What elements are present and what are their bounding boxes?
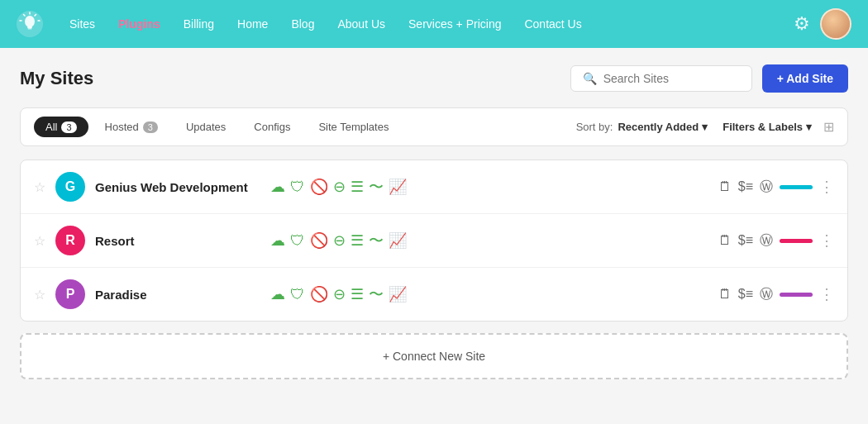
site-actions-2: 🗒 $≡ Ⓦ ⋮ (718, 285, 834, 303)
sites-list: ☆ G Genius Web Development ☁ 🛡 🚫 ⊖ ☰ 〜 📈… (20, 160, 848, 322)
site-avatar-2: P (55, 279, 85, 309)
ban-icon-2: 🚫 (310, 285, 328, 303)
shield-icon-0: 🛡 (290, 179, 305, 196)
sort-label: Sort by: (576, 121, 613, 133)
site-avatar-1: R (55, 226, 85, 255)
layers-icon-1: ⊖ (333, 231, 346, 250)
filter-all-label: All (45, 121, 57, 133)
site-initial-1: R (65, 233, 75, 248)
main-content: My Sites 🔍 + Add Site All 3 Hosted 3 Upd… (0, 48, 868, 424)
cloud-icon-2: ☁ (270, 285, 285, 303)
wp-icon-0[interactable]: Ⓦ (760, 179, 773, 196)
bars-icon-1: ☰ (351, 231, 364, 250)
more-button-0[interactable]: ⋮ (819, 178, 834, 196)
nav-home[interactable]: Home (227, 12, 278, 36)
filter-chevron-icon: ▾ (806, 121, 812, 133)
site-initial-0: G (65, 179, 75, 194)
ban-icon-1: 🚫 (310, 231, 328, 250)
nav-sites[interactable]: Sites (60, 12, 105, 36)
svg-line-7 (24, 15, 26, 17)
site-actions-1: 🗒 $≡ Ⓦ ⋮ (718, 231, 834, 250)
svg-line-5 (35, 15, 36, 17)
nav-contact[interactable]: Contact Us (514, 12, 591, 36)
grid-view-button[interactable]: ⊞ (823, 119, 834, 135)
star-button-2[interactable]: ☆ (34, 287, 45, 303)
site-row: ☆ P Paradise ☁ 🛡 🚫 ⊖ ☰ 〜 📈 🗒 $≡ Ⓦ ⋮ (21, 268, 847, 321)
filter-all[interactable]: All 3 (34, 117, 88, 137)
header-right: 🔍 + Add Site (570, 64, 848, 93)
bars-icon-2: ☰ (351, 285, 364, 303)
nav-links: Sites Plugins Billing Home Blog About Us… (60, 12, 794, 36)
filter-templates[interactable]: Site Templates (307, 117, 400, 137)
layers-icon-2: ⊖ (333, 285, 346, 303)
color-bar-0 (780, 185, 813, 189)
site-name-0[interactable]: Genius Web Development (95, 180, 260, 194)
cloud-icon-0: ☁ (270, 178, 285, 196)
shield-icon-1: 🛡 (290, 232, 305, 250)
site-avatar-0: G (55, 172, 85, 202)
activity-icon-2: 〜 (369, 284, 384, 304)
site-actions-0: 🗒 $≡ Ⓦ ⋮ (718, 178, 834, 196)
billing-icon-1[interactable]: $≡ (738, 233, 753, 248)
activity-icon-0: 〜 (369, 177, 384, 197)
layers-icon-0: ⊖ (333, 178, 346, 196)
top-nav: Sites Plugins Billing Home Blog About Us… (0, 0, 868, 48)
svg-rect-3 (28, 28, 32, 30)
site-icons-0: ☁ 🛡 🚫 ⊖ ☰ 〜 📈 (270, 177, 708, 197)
nav-services[interactable]: Services + Pricing (398, 12, 511, 36)
search-input[interactable] (603, 72, 740, 85)
pages-icon-2[interactable]: 🗒 (718, 287, 732, 302)
cloud-icon-1: ☁ (270, 231, 285, 250)
search-box[interactable]: 🔍 (570, 65, 752, 92)
nav-about[interactable]: About Us (327, 12, 395, 36)
avatar[interactable] (820, 8, 851, 40)
sort-select[interactable]: Recently Added ▾ (618, 121, 708, 133)
filter-hosted-count: 3 (143, 121, 158, 133)
search-icon: 🔍 (583, 72, 597, 85)
filter-bar: All 3 Hosted 3 Updates Configs Site Temp… (20, 107, 848, 146)
settings-button[interactable]: ⚙ (794, 13, 810, 35)
filter-configs[interactable]: Configs (242, 117, 302, 137)
pages-icon-1[interactable]: 🗒 (718, 233, 732, 248)
chart-icon-0: 📈 (389, 178, 407, 196)
more-button-1[interactable]: ⋮ (819, 231, 834, 250)
bars-icon-0: ☰ (351, 178, 364, 196)
nav-billing[interactable]: Billing (174, 12, 224, 36)
billing-icon-2[interactable]: $≡ (738, 287, 753, 302)
page-title: My Sites (20, 68, 93, 89)
svg-point-1 (25, 16, 35, 27)
shield-icon-2: 🛡 (290, 286, 305, 303)
star-button-0[interactable]: ☆ (34, 179, 45, 195)
sort-value: Recently Added (618, 121, 699, 133)
svg-rect-2 (27, 26, 32, 28)
nav-plugins[interactable]: Plugins (108, 12, 170, 36)
site-icons-1: ☁ 🛡 🚫 ⊖ ☰ 〜 📈 (270, 231, 708, 250)
star-button-1[interactable]: ☆ (34, 233, 45, 249)
wp-icon-2[interactable]: Ⓦ (760, 286, 773, 303)
nav-blog[interactable]: Blog (281, 12, 324, 36)
wp-icon-1[interactable]: Ⓦ (760, 232, 773, 250)
activity-icon-1: 〜 (369, 231, 384, 250)
billing-icon-0[interactable]: $≡ (738, 179, 753, 194)
site-name-2[interactable]: Paradise (95, 288, 260, 302)
connect-site-button[interactable]: + Connect New Site (20, 333, 848, 379)
filter-updates[interactable]: Updates (174, 117, 237, 137)
nav-logo[interactable] (17, 11, 43, 37)
site-name-1[interactable]: Resort (95, 234, 260, 248)
site-initial-2: P (66, 287, 75, 302)
page-header: My Sites 🔍 + Add Site (20, 64, 848, 93)
site-row: ☆ R Resort ☁ 🛡 🚫 ⊖ ☰ 〜 📈 🗒 $≡ Ⓦ ⋮ (21, 214, 847, 268)
pages-icon-0[interactable]: 🗒 (718, 179, 732, 194)
more-button-2[interactable]: ⋮ (819, 285, 834, 303)
add-site-button[interactable]: + Add Site (762, 64, 848, 93)
filter-all-count: 3 (61, 121, 76, 133)
filter-labels-button[interactable]: Filters & Labels ▾ (723, 121, 812, 133)
filter-hosted-label: Hosted (105, 121, 139, 133)
chevron-down-icon: ▾ (702, 121, 708, 133)
color-bar-2 (780, 293, 813, 297)
filter-labels-text: Filters & Labels (723, 121, 803, 133)
ban-icon-0: 🚫 (310, 178, 328, 196)
avatar-image (822, 10, 850, 38)
site-icons-2: ☁ 🛡 🚫 ⊖ ☰ 〜 📈 (270, 284, 708, 304)
filter-hosted[interactable]: Hosted 3 (93, 117, 169, 137)
